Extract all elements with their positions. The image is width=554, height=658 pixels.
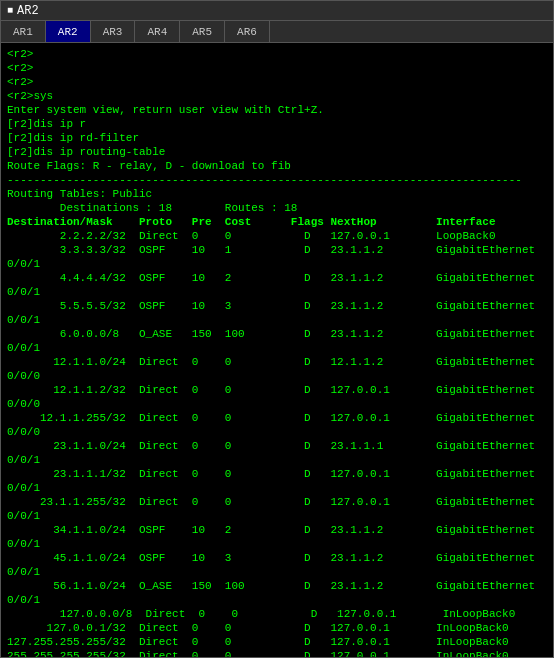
terminal-line: 127.0.0.0/8 Direct 0 0 D 127.0.0.1 InLoo… — [7, 607, 547, 621]
terminal-line: [r2]dis ip r — [7, 117, 547, 131]
terminal-line: Destination/Mask Proto Pre Cost Flags Ne… — [7, 215, 547, 229]
terminal-line: 0/0/1 — [7, 481, 547, 495]
tab-ar1[interactable]: AR1 — [1, 21, 46, 42]
terminal-line: 6.0.0.0/8 O_ASE 150 100 D 23.1.1.2 Gigab… — [7, 327, 547, 341]
terminal-line: 56.1.1.0/24 O_ASE 150 100 D 23.1.1.2 Gig… — [7, 579, 547, 593]
terminal-line: 0/0/1 — [7, 453, 547, 467]
tab-ar3[interactable]: AR3 — [91, 21, 136, 42]
terminal-line: 0/0/0 — [7, 397, 547, 411]
terminal-line: 45.1.1.0/24 OSPF 10 3 D 23.1.1.2 Gigabit… — [7, 551, 547, 565]
terminal-line: 23.1.1.0/24 Direct 0 0 D 23.1.1.1 Gigabi… — [7, 439, 547, 453]
tab-ar5[interactable]: AR5 — [180, 21, 225, 42]
terminal-line: Routing Tables: Public — [7, 187, 547, 201]
window-title: AR2 — [17, 4, 39, 18]
window: ■ AR2 AR1 AR2 AR3 AR4 AR5 AR6 <r2><r2><r… — [0, 0, 554, 658]
terminal-line: 0/0/1 — [7, 537, 547, 551]
terminal-line: ----------------------------------------… — [7, 173, 547, 187]
terminal-line: 127.0.0.1/32 Direct 0 0 D 127.0.0.1 InLo… — [7, 621, 547, 635]
terminal-line: 0/0/1 — [7, 509, 547, 523]
title-bar: ■ AR2 — [1, 1, 553, 21]
tab-bar: AR1 AR2 AR3 AR4 AR5 AR6 — [1, 21, 553, 43]
terminal-output: <r2><r2><r2><r2>sysEnter system view, re… — [1, 43, 553, 657]
terminal-line: 4.4.4.4/32 OSPF 10 2 D 23.1.1.2 GigabitE… — [7, 271, 547, 285]
terminal-line: [r2]dis ip routing-table — [7, 145, 547, 159]
terminal-line: 0/0/1 — [7, 593, 547, 607]
terminal-line: [r2]dis ip rd-filter — [7, 131, 547, 145]
terminal-line: Enter system view, return user view with… — [7, 103, 547, 117]
window-icon: ■ — [7, 5, 13, 16]
tab-ar4[interactable]: AR4 — [135, 21, 180, 42]
terminal-line: 0/0/0 — [7, 425, 547, 439]
terminal-line: <r2>sys — [7, 89, 547, 103]
terminal-line: 0/0/1 — [7, 341, 547, 355]
terminal-line: 23.1.1.255/32 Direct 0 0 D 127.0.0.1 Gig… — [7, 495, 547, 509]
terminal-line: <r2> — [7, 61, 547, 75]
tab-ar2[interactable]: AR2 — [46, 21, 91, 42]
terminal-line: 0/0/1 — [7, 565, 547, 579]
terminal-line: 0/0/0 — [7, 369, 547, 383]
terminal-line: <r2> — [7, 47, 547, 61]
terminal-line: 2.2.2.2/32 Direct 0 0 D 127.0.0.1 LoopBa… — [7, 229, 547, 243]
terminal-line: 127.255.255.255/32 Direct 0 0 D 127.0.0.… — [7, 635, 547, 649]
terminal-line: 0/0/1 — [7, 285, 547, 299]
terminal-line: 23.1.1.1/32 Direct 0 0 D 127.0.0.1 Gigab… — [7, 467, 547, 481]
terminal-line: 255.255.255.255/32 Direct 0 0 D 127.0.0.… — [7, 649, 547, 657]
terminal-line: Destinations : 18 Routes : 18 — [7, 201, 547, 215]
terminal-line: 12.1.1.255/32 Direct 0 0 D 127.0.0.1 Gig… — [7, 411, 547, 425]
terminal-line: <r2> — [7, 75, 547, 89]
tab-ar6[interactable]: AR6 — [225, 21, 270, 42]
terminal-line: 12.1.1.0/24 Direct 0 0 D 12.1.1.2 Gigabi… — [7, 355, 547, 369]
terminal-line: 34.1.1.0/24 OSPF 10 2 D 23.1.1.2 Gigabit… — [7, 523, 547, 537]
terminal-line: 5.5.5.5/32 OSPF 10 3 D 23.1.1.2 GigabitE… — [7, 299, 547, 313]
terminal-line: 12.1.1.2/32 Direct 0 0 D 127.0.0.1 Gigab… — [7, 383, 547, 397]
terminal-line: 0/0/1 — [7, 257, 547, 271]
terminal-line: 3.3.3.3/32 OSPF 10 1 D 23.1.1.2 GigabitE… — [7, 243, 547, 257]
terminal-line: 0/0/1 — [7, 313, 547, 327]
terminal-line: Route Flags: R - relay, D - download to … — [7, 159, 547, 173]
